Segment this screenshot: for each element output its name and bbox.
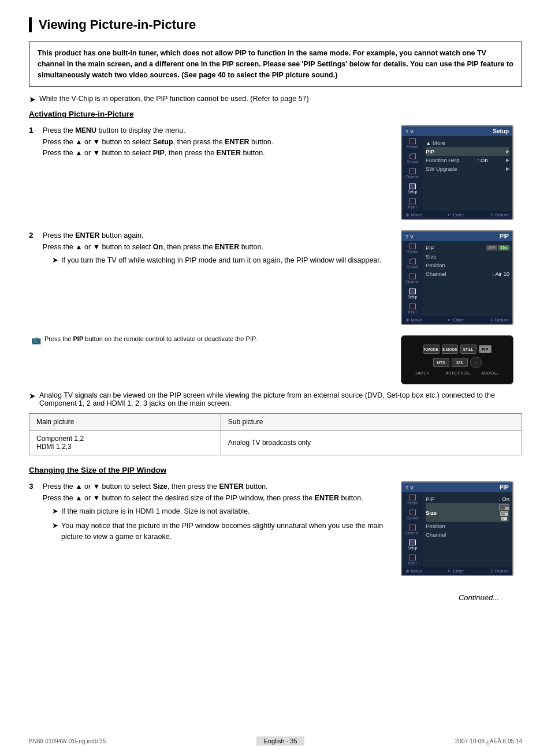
smode-btn: S.MODE [442,345,458,354]
sidebar-setup-2: Setup [408,289,418,299]
tv-screen-pip: T V PIP Picture Sound [401,230,513,325]
tv-row-position-3: Position [426,522,509,530]
step1-line2: Press the ▲ or ▼ button to select Setup,… [43,137,389,148]
sidebar-picture: Picture [407,139,418,149]
page-number-box: English - 35 [256,736,304,746]
tv-row-size-3: Size [426,503,509,522]
tv-footer-3: ⊕ Move ↵ Enter ⊃ Return [402,567,512,575]
step3-wrapper: 3 Press the ▲ or ▼ button to select Size… [29,481,389,542]
analog-note-line: ➤ Analog TV signals can be viewed on the… [29,391,522,407]
pip-table: Main picture Sub picture Component 1,2HD… [29,413,522,455]
pmode-btn: P.MODE [423,345,440,354]
tv-row-pip: PIP ▶ [426,147,509,156]
autoprog-label: AUTO PROG. [445,371,471,375]
footer-date-info: 2007-10-08 ¿ÀÈÄ 6:05:14 [455,738,522,744]
pip-remote-text: 📺 Press the PIP button on the remote con… [29,335,401,350]
page: Viewing Picture-in-Picture This product … [0,0,551,756]
step2-img: T V PIP Picture Sound [401,230,522,325]
mts-btn: MTS [433,358,449,367]
page-number-label: English - 35 [263,738,297,744]
step1-wrapper: 1 Press the MENU button to display the m… [29,125,389,159]
tv-sidebar-3: Picture Sound Channel [402,492,423,567]
step2-text: 2 Press the ENTER button again. Press th… [29,230,401,274]
sub-note-arrow-2: ➤ [52,506,58,517]
sidebar-setup: Setup [408,184,418,194]
remote-area: P.MODE S.MODE STILL PIP MTS 363 ○ FAV.CH… [401,335,522,384]
step3-content: Press the ▲ or ▼ button to select Size, … [43,481,389,542]
page-footer: BN68-01094W-01Eng.indb 35 English - 35 2… [0,736,551,746]
sidebar-sound-3: Sound [407,510,418,520]
step2-area: 2 Press the ENTER button again. Press th… [29,230,522,325]
step2-number: 2 [29,230,40,239]
pip-on-badge: On [498,245,509,250]
sub-note-text-2: If the main picture is in HDMI 1 mode, S… [61,506,250,517]
tv-header-1: T V Setup [402,126,512,136]
tv-header-2: T V PIP [402,231,512,241]
tv-title-2: PIP [500,233,509,239]
tv-row-size: Size [426,252,509,261]
section-title-1: Activating Picture-in-Picture [29,110,522,118]
table-cell-main: Component 1,2HDMI 1,2,3 [29,431,221,455]
step3-text: 3 Press the ▲ or ▼ button to select Size… [29,481,401,550]
tv-sidebar-2: Picture Sound Channel Setup [402,241,423,316]
tv-footer-2: ⊕ Move ↵ Enter ⊃ Return [402,316,512,324]
tv-row-pip-3: PIP : On [426,495,509,503]
step1-img: T V Setup Picture Sound [401,125,522,220]
tv-header-3: T V PIP [402,482,512,492]
note-text-1: While the V-Chip is in operation, the PI… [39,95,309,103]
tv-wrap-3: Picture Sound Channel [402,492,512,567]
step3-number: 3 [29,481,40,491]
note-arrow-2: ➤ [29,391,36,401]
step1-text: 1 Press the MENU button to display the m… [29,125,401,167]
remote-row-3: FAV.CH AUTO PROG. ADD/DEL [415,371,498,375]
sidebar-input: Input [408,199,416,209]
tv-row-pip-2: PIP Off On [426,244,509,252]
pip-btn: PIP [479,345,492,353]
tv-screen-setup: T V Setup Picture Sound [401,125,513,220]
sidebar-picture-2: Picture [407,244,418,254]
step3-sub-note-1: ➤ If the main picture is in HDMI 1 mode,… [52,506,389,517]
note-line-1: ➤ While the V-Chip is in operation, the … [29,95,522,104]
footer-file-info: BN68-01094W-01Eng.indb 35 [29,738,106,744]
tv-content-3: PIP : On Size [423,492,512,567]
tv-screen-size: T V PIP Picture Sound [401,481,513,576]
step3-sub-note-2: ➤ You may notice that the picture in the… [52,521,389,542]
step2-content: Press the ENTER button again. Press the … [43,230,389,266]
remote-row-1: P.MODE S.MODE STILL PIP [423,345,492,354]
warning-text: This product has one built-in tuner, whi… [38,49,513,79]
sidebar-input-2: Input [408,304,416,314]
pip-note: 📺 Press the PIP button on the remote con… [31,335,389,345]
step2-line1: Press the ENTER button again. [43,230,389,241]
continued-text: Continued... [29,593,522,602]
note-arrow-1: ➤ [29,95,36,104]
sub-note-arrow-3: ➤ [52,521,58,532]
sidebar-input-3: Input [408,555,416,565]
page-title: Viewing Picture-in-Picture [39,17,522,32]
step3-line2: Press the ▲ or ▼ button to select the de… [43,493,389,504]
sidebar-channel-2: Channel [405,274,419,284]
warning-box: This product has one built-in tuner, whi… [29,42,522,87]
sidebar-sound-2: Sound [407,259,418,269]
sidebar-setup-3: Setup [408,540,418,550]
tv-title-3: PIP [500,484,509,491]
pip-note-text: Press the PIP button on the remote contr… [44,335,257,342]
sidebar-channel: Channel [405,169,419,179]
section-title-2: Changing the Size of the PIP Window [29,466,522,474]
pip-icon: 📺 [31,335,41,345]
table-cell-sub: Analog TV broadcasts only [221,431,522,455]
sub-note-arrow-1: ➤ [52,255,58,266]
tv-label-2: T V [405,234,414,239]
step2-wrapper: 2 Press the ENTER button again. Press th… [29,230,389,266]
table-header-main: Main picture [29,414,221,431]
tv-content-2: PIP Off On Size Position [423,241,512,316]
tv-wrap-2: Picture Sound Channel Setup [402,241,512,316]
remote-row-2: MTS 363 ○ [433,357,482,368]
pip-off-badge: Off [486,245,497,250]
tv-row-function: Function Help : On ▶ [426,156,509,164]
tv-row-channel-3: Channel [426,530,509,539]
still-btn: STILL [460,345,476,354]
continued-italic: Continued... [459,593,499,602]
tv-label-3: T V [405,485,414,491]
sub-note-text-3: You may notice that the picture in the P… [61,521,389,542]
table-header-sub: Sub picture [221,414,522,431]
